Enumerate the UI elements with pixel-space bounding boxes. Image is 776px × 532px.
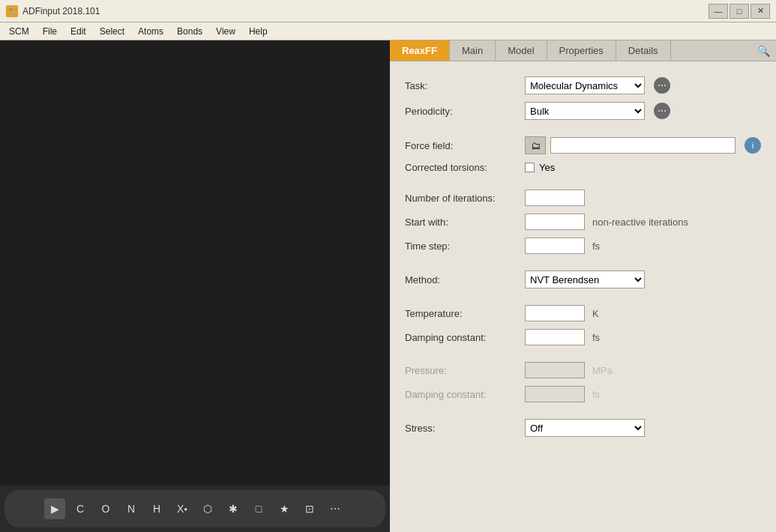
start-with-row: Start with: 0 non-reactive iterations — [405, 214, 761, 230]
periodicity-select-wrapper: Bulk Slab Molecule — [525, 102, 645, 120]
time-step-row: Time step: 0.25 fs — [405, 238, 761, 254]
form-area: Task: Molecular Dynamics Single Point Ge… — [390, 61, 776, 532]
tab-bar: ReaxFF Main Model Properties Details 🔍 — [390, 40, 776, 61]
iterations-label: Number of iterations: — [405, 193, 525, 204]
tool-more[interactable]: ⋯ — [325, 498, 346, 519]
menu-view[interactable]: View — [210, 25, 241, 38]
app-icon: 🔧 — [6, 5, 18, 17]
periodicity-select[interactable]: Bulk Slab Molecule — [525, 102, 645, 120]
task-row: Task: Molecular Dynamics Single Point Ge… — [405, 76, 761, 94]
corrected-torsions-controls: Yes — [525, 162, 761, 173]
damping-constant-1-label: Damping constant: — [405, 332, 525, 343]
main-layout: ▶ C O N H X● ⬡ ✱ □ ★ ⊡ ⋯ ReaxFF Main Mod… — [0, 40, 776, 532]
force-field-info-button[interactable]: i — [745, 137, 761, 154]
damping-constant-2-unit: fs — [592, 389, 600, 400]
corrected-torsions-label: Corrected torsions: — [405, 162, 525, 173]
minimize-button[interactable]: — — [709, 4, 728, 19]
force-field-row: Force field: 🗂 i — [405, 136, 761, 154]
tool-carbon[interactable]: C — [70, 498, 91, 519]
tab-details[interactable]: Details — [616, 40, 671, 61]
tool-hydrogen[interactable]: H — [146, 498, 167, 519]
force-field-label: Force field: — [405, 140, 525, 151]
corrected-torsions-row: Corrected torsions: Yes — [405, 162, 761, 173]
task-select[interactable]: Molecular Dynamics Single Point Geometry… — [525, 76, 645, 94]
damping-constant-1-unit: fs — [592, 332, 600, 343]
tab-reaxff[interactable]: ReaxFF — [390, 40, 450, 61]
periodicity-row: Periodicity: Bulk Slab Molecule ⋯ — [405, 102, 761, 120]
tab-model[interactable]: Model — [496, 40, 547, 61]
task-label: Task: — [405, 80, 525, 91]
pressure-controls: 0.0 MPa — [525, 362, 761, 378]
tool-other[interactable]: X● — [172, 498, 193, 519]
stress-label: Stress: — [405, 423, 525, 434]
method-select-wrapper: NVT Berendsen NVE NPT — [525, 270, 645, 288]
time-step-input[interactable]: 0.25 — [525, 238, 585, 254]
stress-select[interactable]: Off On — [525, 419, 645, 437]
periodicity-controls: Bulk Slab Molecule ⋯ — [525, 102, 761, 120]
temperature-unit: K — [592, 308, 599, 319]
tool-special[interactable]: ✱ — [223, 498, 244, 519]
iterations-input[interactable]: 40000 — [525, 190, 585, 206]
menu-scm[interactable]: SCM — [3, 25, 35, 38]
force-field-folder-button[interactable]: 🗂 — [525, 136, 546, 154]
tool-box[interactable]: □ — [248, 498, 269, 519]
temperature-row: Temperature: 298.0 K — [405, 305, 761, 321]
right-panel: ReaxFF Main Model Properties Details 🔍 T… — [390, 40, 776, 532]
damping-constant-2-label: Damping constant: — [405, 389, 525, 400]
method-select[interactable]: NVT Berendsen NVE NPT — [525, 270, 645, 288]
menu-help[interactable]: Help — [243, 25, 274, 38]
molecule-viewport[interactable] — [0, 40, 390, 486]
tool-oxygen[interactable]: O — [95, 498, 116, 519]
stress-controls: Off On — [525, 419, 761, 437]
task-select-wrapper: Molecular Dynamics Single Point Geometry… — [525, 76, 645, 94]
damping-constant-1-row: Damping constant: 100.0 fs — [405, 329, 761, 345]
tool-nitrogen[interactable]: N — [121, 498, 142, 519]
menu-bonds[interactable]: Bonds — [171, 25, 208, 38]
damping-constant-1-input[interactable]: 100.0 — [525, 329, 585, 345]
start-with-label: Start with: — [405, 217, 525, 228]
force-field-input[interactable] — [550, 137, 736, 154]
task-controls: Molecular Dynamics Single Point Geometry… — [525, 76, 761, 94]
tool-ring[interactable]: ⬡ — [197, 498, 218, 519]
left-panel: ▶ C O N H X● ⬡ ✱ □ ★ ⊡ ⋯ — [0, 40, 390, 532]
tool-grid[interactable]: ⊡ — [299, 498, 320, 519]
tab-main[interactable]: Main — [450, 40, 496, 61]
periodicity-more-button[interactable]: ⋯ — [654, 103, 670, 119]
time-step-controls: 0.25 fs — [525, 238, 761, 254]
temperature-controls: 298.0 K — [525, 305, 761, 321]
title-bar: 🔧 ADFinput 2018.101 — □ ✕ — [0, 0, 776, 22]
force-field-controls: 🗂 i — [525, 136, 761, 154]
method-row: Method: NVT Berendsen NVE NPT — [405, 270, 761, 288]
tool-select[interactable]: ▶ — [44, 498, 65, 519]
damping-constant-1-controls: 100.0 fs — [525, 329, 761, 345]
stress-row: Stress: Off On — [405, 419, 761, 437]
menu-file[interactable]: File — [37, 25, 63, 38]
search-button[interactable]: 🔍 — [751, 42, 776, 60]
corrected-torsions-checkbox[interactable] — [525, 163, 535, 172]
menu-edit[interactable]: Edit — [64, 25, 92, 38]
damping-constant-2-row: Damping constant: 500.0 fs — [405, 386, 761, 402]
maximize-button[interactable]: □ — [730, 4, 749, 19]
time-step-label: Time step: — [405, 241, 525, 252]
periodicity-label: Periodicity: — [405, 106, 525, 117]
temperature-label: Temperature: — [405, 308, 525, 319]
corrected-torsions-value: Yes — [539, 162, 555, 173]
stress-select-wrapper: Off On — [525, 419, 645, 437]
menu-atoms[interactable]: Atoms — [132, 25, 169, 38]
app-title: ADFinput 2018.101 — [22, 6, 100, 16]
start-with-input[interactable]: 0 — [525, 214, 585, 230]
task-more-button[interactable]: ⋯ — [654, 77, 670, 94]
menu-select[interactable]: Select — [94, 25, 130, 38]
close-button[interactable]: ✕ — [751, 4, 770, 19]
time-step-unit: fs — [592, 241, 600, 252]
pressure-label: Pressure: — [405, 365, 525, 376]
damping-constant-2-controls: 500.0 fs — [525, 386, 761, 402]
menu-bar: SCM File Edit Select Atoms Bonds View He… — [0, 22, 776, 40]
pressure-input: 0.0 — [525, 362, 585, 378]
tool-star[interactable]: ★ — [274, 498, 295, 519]
tab-properties[interactable]: Properties — [547, 40, 616, 61]
temperature-input[interactable]: 298.0 — [525, 305, 585, 321]
start-with-controls: 0 non-reactive iterations — [525, 214, 761, 230]
method-label: Method: — [405, 274, 525, 285]
pressure-row: Pressure: 0.0 MPa — [405, 362, 761, 378]
